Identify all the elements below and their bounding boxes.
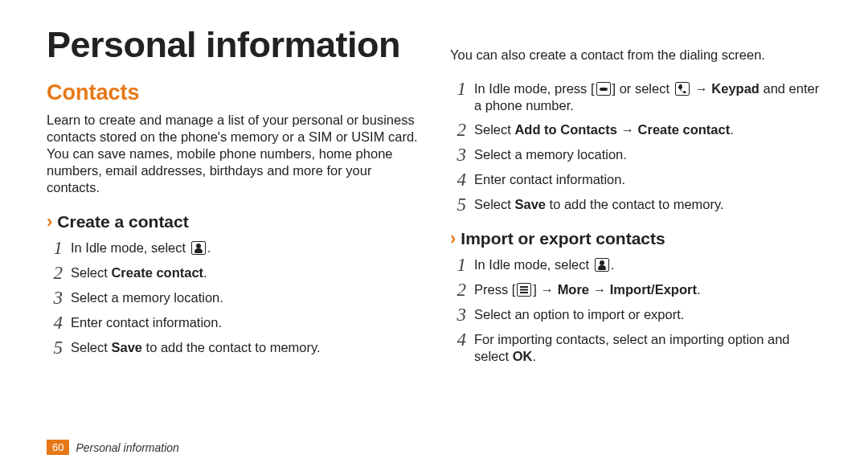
subheading-import-export: ›Import or export contacts — [450, 228, 821, 249]
phone-icon — [675, 82, 690, 96]
step-text: Select a memory location. — [71, 287, 223, 306]
step-number: 5 — [47, 337, 63, 357]
step-text: Enter contact information. — [474, 169, 625, 188]
step-item: 2 Select Create contact. — [47, 262, 418, 282]
page-number: 60 — [47, 440, 69, 455]
step-number: 4 — [47, 312, 63, 332]
step-text: Select Save to add the contact to memory… — [71, 337, 321, 356]
step-text: Select Save to add the contact to memory… — [474, 194, 724, 213]
subheading-text: Create a contact — [57, 212, 188, 231]
page-title: Personal information — [47, 24, 418, 66]
step-text: In Idle mode, select . — [474, 254, 614, 273]
chevron-right-icon: › — [47, 211, 52, 231]
step-number: 2 — [450, 119, 466, 139]
step-item: 4 For importing contacts, select an impo… — [450, 329, 821, 365]
contacts-icon — [595, 258, 609, 272]
step-item: 2 Select Add to Contacts → Create contac… — [450, 119, 821, 139]
subheading-text: Import or export contacts — [461, 229, 665, 248]
step-number: 3 — [450, 144, 466, 164]
step-number: 1 — [47, 237, 63, 257]
step-number: 2 — [47, 262, 63, 282]
chevron-right-icon: › — [450, 228, 456, 248]
step-number: 2 — [450, 279, 466, 299]
step-text: For importing contacts, select an import… — [474, 329, 821, 365]
dialing-steps: 1 In Idle mode, press [] or select → Key… — [450, 78, 821, 214]
left-column: Personal information Contacts Learn to c… — [47, 24, 418, 371]
step-number: 5 — [450, 194, 466, 214]
step-item: 4 Enter contact information. — [47, 312, 418, 332]
step-number: 3 — [47, 287, 63, 307]
step-item: 1 In Idle mode, select . — [47, 237, 418, 257]
page-footer: 60 Personal information — [47, 440, 179, 455]
right-column: You can also create a contact from the d… — [450, 24, 821, 371]
contacts-icon — [191, 241, 206, 255]
menu-key-icon — [517, 283, 531, 297]
manual-page: Personal information Contacts Learn to c… — [0, 0, 868, 471]
step-text: Select Create contact. — [71, 262, 207, 281]
step-number: 4 — [450, 329, 466, 349]
section-heading-contacts: Contacts — [47, 80, 418, 105]
step-item: 4 Enter contact information. — [450, 169, 821, 189]
step-item: 3 Select an option to import or export. — [450, 304, 821, 324]
dialing-intro: You can also create a contact from the d… — [450, 47, 821, 63]
step-item: 5 Select Save to add the contact to memo… — [450, 194, 821, 214]
two-column-layout: Personal information Contacts Learn to c… — [47, 24, 821, 371]
subheading-create-contact: ›Create a contact — [47, 211, 418, 232]
import-export-steps: 1 In Idle mode, select . 2 Press [] → Mo… — [450, 254, 821, 365]
step-item: 1 In Idle mode, press [] or select → Key… — [450, 78, 821, 114]
step-text: In Idle mode, press [] or select → Keypa… — [474, 78, 821, 114]
step-number: 4 — [450, 169, 466, 189]
call-key-icon — [596, 82, 611, 96]
step-item: 3 Select a memory location. — [450, 144, 821, 164]
create-contact-steps: 1 In Idle mode, select . 2 Select Create… — [47, 237, 418, 357]
step-number: 1 — [450, 78, 466, 98]
step-number: 3 — [450, 304, 466, 324]
step-item: 5 Select Save to add the contact to memo… — [47, 337, 418, 357]
step-text: Enter contact information. — [71, 312, 222, 331]
step-text: In Idle mode, select . — [71, 237, 211, 256]
step-text: Select an option to import or export. — [474, 304, 684, 323]
step-number: 1 — [450, 254, 466, 274]
step-text: Select a memory location. — [474, 144, 627, 163]
step-text: Select Add to Contacts → Create contact. — [474, 119, 734, 138]
step-item: 2 Press [] → More → Import/Export. — [450, 279, 821, 299]
footer-section-name: Personal information — [76, 441, 178, 454]
intro-paragraph: Learn to create and manage a list of you… — [47, 112, 418, 197]
step-text: Press [] → More → Import/Export. — [474, 279, 700, 298]
step-item: 1 In Idle mode, select . — [450, 254, 821, 274]
step-item: 3 Select a memory location. — [47, 287, 418, 307]
